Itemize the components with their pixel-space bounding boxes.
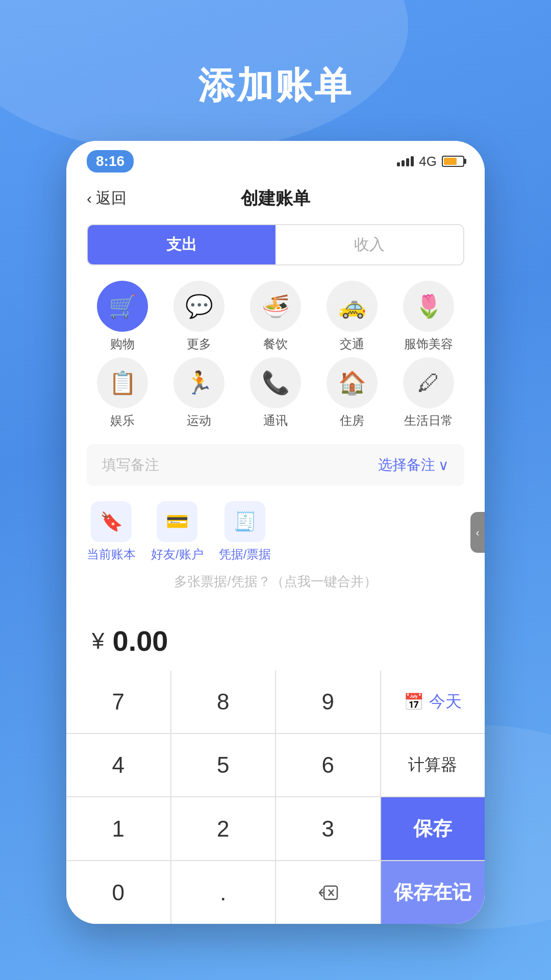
network-label: 4G xyxy=(419,154,437,169)
key-2[interactable]: 2 xyxy=(171,797,276,860)
shopping-label: 购物 xyxy=(110,336,135,352)
category-telecom[interactable]: 📞 通讯 xyxy=(240,357,311,429)
notes-select-label: 选择备注 xyxy=(378,455,435,475)
calendar-icon: 📅 xyxy=(404,692,424,712)
friend-label: 好友/账户 xyxy=(151,546,204,562)
category-shopping[interactable]: 🛒 购物 xyxy=(87,281,158,352)
side-handle-arrow-icon: ‹ xyxy=(476,527,480,538)
voucher-icon: 🧾 xyxy=(224,501,265,542)
currency-symbol: ¥ xyxy=(92,628,104,654)
housing-icon: 🏠 xyxy=(327,357,378,408)
back-arrow-icon: ‹ xyxy=(87,190,92,207)
category-housing[interactable]: 🏠 住房 xyxy=(316,357,388,429)
keypad-grid: 7 8 9 📅 今天 4 5 6 计算器 1 2 3 保存 0 . xyxy=(66,671,485,924)
merge-text[interactable]: 多张票据/凭据？（点我一键合并） xyxy=(66,568,485,601)
account-button[interactable]: 🔖 当前账本 xyxy=(87,501,136,562)
status-time: 8:16 xyxy=(87,150,134,173)
tab-income[interactable]: 收入 xyxy=(276,225,463,264)
friend-button[interactable]: 💳 好友/账户 xyxy=(151,501,204,562)
key-6[interactable]: 6 xyxy=(276,734,380,796)
key-dot[interactable]: . xyxy=(171,861,276,924)
food-icon: 🍜 xyxy=(250,281,301,332)
shopping-icon: 🛒 xyxy=(97,281,148,332)
notes-bar: 填写备注 选择备注 ∨ xyxy=(87,444,464,486)
more-icon: 💬 xyxy=(173,281,224,332)
tab-expense[interactable]: 支出 xyxy=(88,225,276,264)
food-label: 餐饮 xyxy=(263,336,288,352)
phone-shell: 8:16 4G ‹ 返回 创建账单 支出 收入 🛒 xyxy=(66,141,485,924)
tab-bar: 支出 收入 xyxy=(87,224,464,265)
sports-icon: 🏃 xyxy=(173,357,224,408)
amount-display: ¥ 0.00 xyxy=(66,611,485,671)
more-label: 更多 xyxy=(187,336,211,352)
chevron-down-icon: ∨ xyxy=(438,457,449,474)
back-label: 返回 xyxy=(96,188,127,209)
battery-icon xyxy=(442,156,464,167)
category-more[interactable]: 💬 更多 xyxy=(163,281,235,352)
account-icon: 🔖 xyxy=(91,501,132,542)
amount-value: 0.00 xyxy=(112,624,168,657)
status-bar: 8:16 4G xyxy=(66,141,485,178)
keypad-area: ¥ 0.00 7 8 9 📅 今天 4 5 6 计算器 1 2 3 保存 0 . xyxy=(66,611,485,924)
today-label: 今天 xyxy=(429,691,462,713)
side-handle[interactable]: ‹ xyxy=(470,512,485,553)
voucher-label: 凭据/票据 xyxy=(219,546,271,562)
category-entertainment[interactable]: 📋 娱乐 xyxy=(87,357,158,429)
key-calc[interactable]: 计算器 xyxy=(381,734,485,796)
app-header: ‹ 返回 创建账单 xyxy=(66,178,485,219)
category-beauty[interactable]: 🌷 服饰美容 xyxy=(393,281,464,352)
header-title: 创建账单 xyxy=(241,187,310,210)
key-3[interactable]: 3 xyxy=(276,797,380,860)
housing-label: 住房 xyxy=(340,412,364,429)
entertainment-label: 娱乐 xyxy=(110,412,135,429)
key-del[interactable] xyxy=(276,861,380,924)
voucher-button[interactable]: 🧾 凭据/票据 xyxy=(219,501,271,562)
telecom-label: 通讯 xyxy=(263,412,288,429)
category-food[interactable]: 🍜 餐饮 xyxy=(240,281,311,352)
signal-icon xyxy=(397,156,414,166)
account-label: 当前账本 xyxy=(87,546,136,562)
notes-placeholder[interactable]: 填写备注 xyxy=(102,455,159,475)
telecom-icon: 📞 xyxy=(250,357,301,408)
daily-label: 生活日常 xyxy=(404,412,453,429)
friend-icon: 💳 xyxy=(157,501,197,542)
key-4[interactable]: 4 xyxy=(66,734,170,796)
key-0[interactable]: 0 xyxy=(66,861,170,924)
category-daily[interactable]: 🖊 生活日常 xyxy=(393,357,464,429)
beauty-label: 服饰美容 xyxy=(404,336,453,352)
key-today[interactable]: 📅 今天 xyxy=(381,671,485,733)
daily-icon: 🖊 xyxy=(403,357,454,408)
delete-icon xyxy=(318,885,338,900)
action-buttons: 🔖 当前账本 💳 好友/账户 🧾 凭据/票据 xyxy=(66,491,485,568)
bg-decoration-top xyxy=(0,0,408,153)
transport-label: 交通 xyxy=(340,336,364,352)
key-save[interactable]: 保存 xyxy=(381,797,485,860)
category-transport[interactable]: 🚕 交通 xyxy=(316,281,388,352)
category-grid: 🛒 购物 💬 更多 🍜 餐饮 🚕 交通 🌷 服饰美容 📋 娱乐 🏃 运动 xyxy=(66,276,485,439)
key-1[interactable]: 1 xyxy=(66,797,170,860)
entertainment-icon: 📋 xyxy=(97,357,148,408)
transport-icon: 🚕 xyxy=(327,281,378,332)
key-8[interactable]: 8 xyxy=(171,671,276,733)
sports-label: 运动 xyxy=(187,412,211,429)
beauty-icon: 🌷 xyxy=(403,281,454,332)
key-5[interactable]: 5 xyxy=(171,734,276,796)
category-sports[interactable]: 🏃 运动 xyxy=(163,357,235,429)
key-7[interactable]: 7 xyxy=(66,671,170,733)
key-9[interactable]: 9 xyxy=(276,671,380,733)
key-save-record[interactable]: 保存在记 xyxy=(381,861,485,924)
status-right: 4G xyxy=(397,154,464,169)
back-button[interactable]: ‹ 返回 xyxy=(87,188,127,209)
notes-select-button[interactable]: 选择备注 ∨ xyxy=(378,455,449,475)
